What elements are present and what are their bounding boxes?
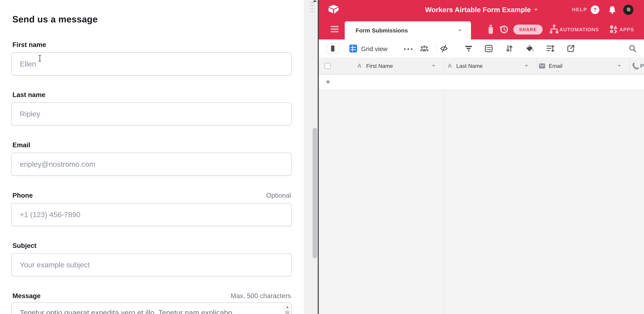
table-tab-label: Form Submissions [356,27,408,34]
contact-form-pane: Send us a message First name Last name E… [0,0,304,314]
grid-body [319,90,644,314]
message-label: Message [12,292,40,300]
subject-label: Subject [12,242,36,249]
message-text: Tenetur optio quaerat expedita vero et i… [20,308,232,314]
base-title-chevron-down-icon[interactable] [534,9,538,11]
field-type-text-icon: A [357,63,362,69]
table-tab-form-submissions[interactable]: Form Submissions [345,21,471,40]
message-scrollbar[interactable]: ▲ [284,304,290,314]
column-chevron-down-icon[interactable] [432,65,435,67]
phone-group: Phone Optional [11,192,292,226]
message-textarea[interactable]: Tenetur optio quaerat expedita vero et i… [11,302,292,314]
help-button[interactable]: HELP [572,7,587,13]
share-button[interactable]: SHARE [513,25,543,35]
group-icon[interactable] [484,45,493,53]
automations-button[interactable]: AUTOMATIONS [559,27,599,33]
help-question-icon[interactable]: ? [591,6,599,14]
add-row-plus-icon[interactable]: + [326,78,330,86]
color-icon[interactable] [526,45,534,53]
row-height-icon[interactable] [546,45,554,53]
page-title: Send us a message [12,14,98,25]
page-scrollbar-thumb[interactable] [312,128,317,258]
scroll-up-icon[interactable]: ▲ [285,305,290,309]
subject-group: Subject [11,242,292,276]
last-name-label: Last name [12,91,46,99]
user-avatar[interactable] [623,5,634,15]
trash-icon[interactable] [487,25,494,35]
base-title[interactable]: Workers Airtable Form Example [425,6,531,14]
view-name[interactable]: Grid view [361,46,387,53]
search-icon[interactable] [628,45,637,53]
phone-optional-note: Optional [266,192,291,199]
airtable-app-bar: Workers Airtable Form Example HELP ? [319,0,644,20]
sort-icon[interactable] [505,45,514,53]
column-separator[interactable] [537,58,537,74]
sidebar-panel-icon [331,46,334,52]
grid-add-row[interactable] [319,75,644,90]
field-type-email-icon [539,63,545,69]
apps-button[interactable]: APPS [620,27,634,33]
column-separator[interactable] [630,58,630,74]
left-pane-scroll-gutter [304,0,318,314]
phone-label: Phone [12,192,33,199]
column-chevron-down-icon[interactable] [525,65,528,67]
hide-fields-icon[interactable] [440,45,448,53]
column-chevron-down-icon[interactable] [618,65,621,67]
field-type-text-icon: A [448,63,452,69]
filter-icon[interactable] [464,45,473,53]
grid-view-icon[interactable] [349,45,357,53]
column-separator[interactable] [444,58,444,74]
sidebar-menu-icon[interactable] [331,26,339,34]
scrollbar-up-arrow-icon[interactable] [312,0,317,2]
column-header-first-name[interactable]: First Name [366,63,393,69]
airtable-pane: Workers Airtable Form Example HELP ? For… [319,0,644,314]
automations-icon[interactable] [550,24,559,35]
share-view-icon[interactable] [567,45,575,53]
primary-column-separator [444,75,444,314]
last-name-group: Last name [11,91,292,126]
table-tab-chevron-down-icon [458,30,462,32]
column-header-last-name[interactable]: Last Name [456,63,483,69]
column-header-email[interactable]: Email [549,63,562,69]
message-group: Message Max. 500 characters Tenetur opti… [11,292,292,314]
view-sidebar-toggle-button[interactable] [326,43,339,54]
collaborators-icon[interactable] [420,45,429,53]
first-name-group: First name [11,41,292,76]
message-max-note: Max. 500 characters [231,292,291,300]
apps-icon[interactable] [610,25,618,34]
toolbar-divider [436,44,437,53]
phone-input[interactable] [11,203,292,226]
column-header-phone[interactable]: Phone [640,63,644,69]
text-cursor-icon [38,55,42,62]
first-name-input[interactable] [11,52,292,76]
email-label: Email [12,141,30,149]
view-more-icon[interactable] [404,48,412,50]
history-icon[interactable] [499,24,509,35]
message-scrollbar-thumb[interactable] [286,311,289,314]
subject-input[interactable] [11,253,292,276]
last-name-input[interactable] [11,102,292,126]
email-group: Email [11,141,292,176]
email-input[interactable] [11,153,292,176]
first-name-label: First name [12,41,46,49]
field-type-phone-icon [632,62,639,70]
notifications-bell-icon[interactable] [608,6,616,15]
select-all-checkbox[interactable] [324,63,331,69]
